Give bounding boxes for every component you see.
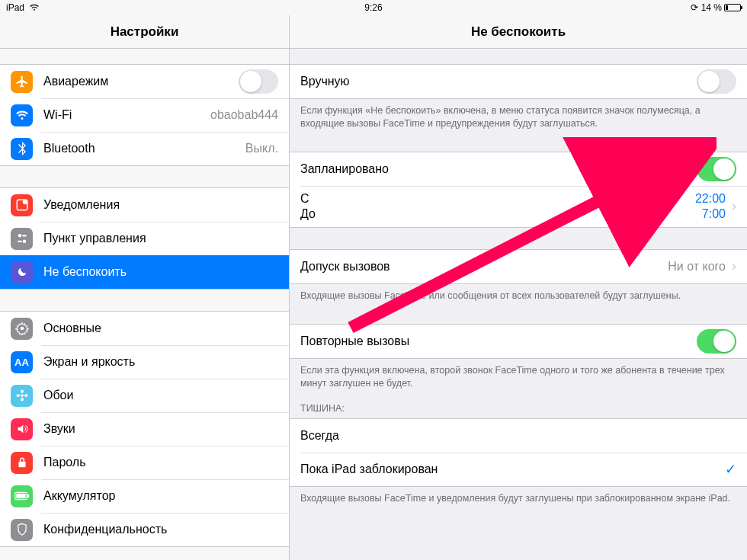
to-time: 7:00 xyxy=(702,207,726,221)
sidebar-item-label: Основные xyxy=(43,322,278,335)
sound-icon xyxy=(11,418,33,440)
svg-rect-15 xyxy=(16,494,25,498)
display-icon: AA xyxy=(11,351,33,373)
from-time: 22:00 xyxy=(695,192,726,206)
manual-footer: Если функция «Не беспокоить» включена, в… xyxy=(290,99,747,130)
orientation-lock-icon: ⟳ xyxy=(691,2,698,13)
scheduled-row[interactable]: Запланировано xyxy=(290,152,747,186)
control-center-icon xyxy=(11,228,33,250)
battery-icon xyxy=(724,4,741,11)
wifi-value: obaobab444 xyxy=(210,108,278,122)
airplane-icon xyxy=(11,71,33,93)
repeated-footer: Если эта функция включена, второй звонок… xyxy=(290,359,747,390)
silence-always-row[interactable]: Всегда xyxy=(290,419,747,453)
airplane-switch[interactable] xyxy=(239,69,278,94)
sidebar-item-label: Звуки xyxy=(43,422,278,436)
repeated-label: Повторные вызовы xyxy=(300,334,697,348)
battery-icon xyxy=(11,485,33,507)
svg-point-11 xyxy=(24,394,28,397)
gear-icon xyxy=(11,318,33,340)
sidebar-item-label: Пароль xyxy=(43,456,278,469)
wallpaper-icon xyxy=(11,385,33,407)
chevron-icon: › xyxy=(732,198,736,214)
silence-header: ТИШИНА: xyxy=(290,389,747,418)
sidebar-item-label: Пункт управления xyxy=(43,232,278,245)
wifi-icon xyxy=(29,4,40,11)
status-bar: iPad 9:26 ⟳ 14 % xyxy=(0,0,747,15)
battery-percent: 14 % xyxy=(701,2,722,13)
scheduled-label: Запланировано xyxy=(300,162,697,176)
sidebar-item-control-center[interactable]: Пункт управления xyxy=(0,222,289,255)
repeated-switch[interactable] xyxy=(697,329,736,354)
svg-rect-5 xyxy=(18,241,22,242)
sidebar-item-battery[interactable]: Аккумулятор xyxy=(0,479,289,513)
svg-rect-14 xyxy=(27,494,28,498)
sidebar-item-sounds[interactable]: Звуки xyxy=(0,412,289,446)
manual-label: Вручную xyxy=(300,75,697,88)
privacy-icon xyxy=(11,519,33,541)
sidebar-item-label: Bluetooth xyxy=(43,142,245,155)
sidebar-item-airplane[interactable]: Авиарежим xyxy=(0,65,289,98)
sidebar-item-display[interactable]: AA Экран и яркость xyxy=(0,345,289,379)
sidebar-title: Настройки xyxy=(0,15,289,49)
manual-row[interactable]: Вручную xyxy=(290,65,747,98)
chevron-icon: › xyxy=(732,258,736,274)
svg-point-10 xyxy=(16,394,20,397)
repeated-row[interactable]: Повторные вызовы xyxy=(290,325,747,358)
silence-option-label: Всегда xyxy=(300,429,736,443)
lock-icon xyxy=(11,452,33,474)
allow-calls-label: Допуск вызовов xyxy=(300,260,668,274)
checkmark-icon: ✓ xyxy=(725,461,736,478)
svg-point-1 xyxy=(22,200,27,204)
silence-footer: Входящие вызовы FaceTime и уведомления б… xyxy=(290,487,747,520)
wifi-icon xyxy=(11,104,33,126)
sidebar-item-label: Обои xyxy=(43,389,278,402)
sidebar-item-general[interactable]: Основные xyxy=(0,312,289,345)
svg-point-2 xyxy=(18,234,21,238)
bluetooth-value: Выкл. xyxy=(245,142,278,155)
sidebar-item-wifi[interactable]: Wi-Fi obaobab444 xyxy=(0,98,289,132)
sidebar-item-label: Уведомления xyxy=(43,198,278,212)
svg-rect-3 xyxy=(22,235,27,236)
settings-sidebar: Настройки Авиарежим Wi-Fi xyxy=(0,15,290,560)
moon-icon xyxy=(11,261,33,283)
svg-point-6 xyxy=(20,327,24,331)
allow-calls-value: Ни от кого xyxy=(668,260,726,274)
manual-switch[interactable] xyxy=(697,69,736,94)
svg-rect-12 xyxy=(18,462,25,467)
sidebar-item-label: Экран и яркость xyxy=(43,355,278,369)
svg-point-8 xyxy=(21,390,24,394)
sidebar-item-bluetooth[interactable]: Bluetooth Выкл. xyxy=(0,132,289,165)
sidebar-item-label: Wi-Fi xyxy=(43,108,210,122)
silence-locked-row[interactable]: Пока iPad заблокирован ✓ xyxy=(290,453,747,486)
svg-point-7 xyxy=(21,394,24,397)
sidebar-item-dnd[interactable]: Не беспокоить xyxy=(0,255,289,289)
bluetooth-icon xyxy=(11,138,33,160)
sidebar-item-privacy[interactable]: Конфиденциальность xyxy=(0,513,289,546)
sidebar-item-wallpaper[interactable]: Обои xyxy=(0,379,289,412)
sidebar-item-label: Аккумулятор xyxy=(43,489,278,503)
to-label: До xyxy=(300,207,316,221)
detail-title: Не беспокоить xyxy=(290,15,747,49)
sidebar-item-label: Конфиденциальность xyxy=(43,523,278,536)
allow-footer: Входящие вызовы FaceTime или сообщения о… xyxy=(290,284,747,302)
device-label: iPad xyxy=(6,2,24,13)
clock: 9:26 xyxy=(364,2,382,13)
svg-point-9 xyxy=(21,398,24,402)
sidebar-item-label: Не беспокоить xyxy=(43,265,278,279)
svg-point-4 xyxy=(22,240,26,244)
sidebar-item-label: Авиарежим xyxy=(43,75,239,88)
from-label: С xyxy=(300,192,316,206)
silence-option-label: Пока iPad заблокирован xyxy=(300,462,725,476)
notifications-icon xyxy=(11,194,33,216)
dnd-detail: Не беспокоить Вручную Если функция «Не б… xyxy=(290,15,747,560)
schedule-time-row[interactable]: С До 22:00 7:00 › xyxy=(290,186,747,227)
allow-calls-row[interactable]: Допуск вызовов Ни от кого › xyxy=(290,250,747,283)
scheduled-switch[interactable] xyxy=(697,157,736,181)
sidebar-item-notifications[interactable]: Уведомления xyxy=(0,188,289,222)
sidebar-item-passcode[interactable]: Пароль xyxy=(0,446,289,479)
